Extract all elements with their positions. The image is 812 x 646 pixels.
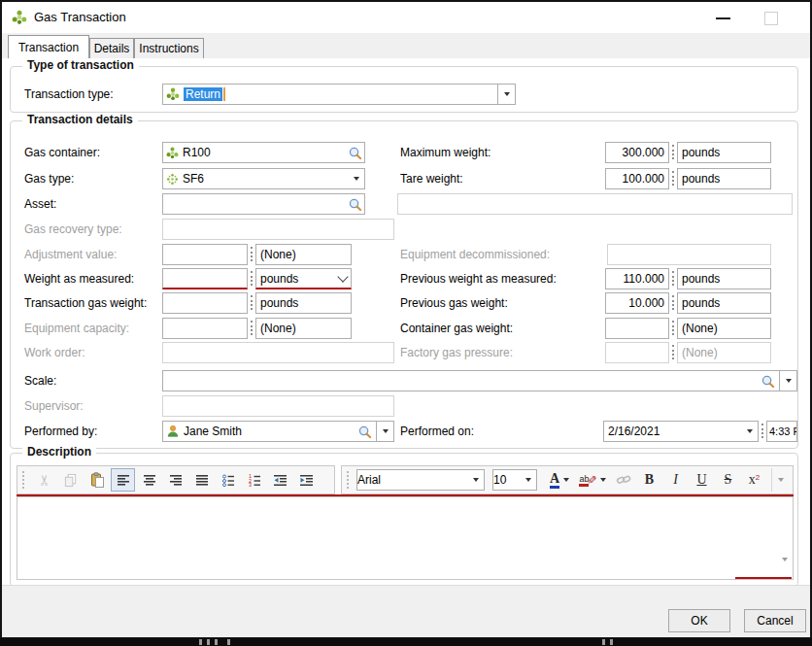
maximize-icon[interactable] — [764, 12, 778, 25]
align-right-icon[interactable] — [163, 468, 187, 492]
numbered-list-icon[interactable]: 123 — [242, 468, 266, 492]
transaction-type-combobox[interactable]: Return — [162, 84, 516, 105]
gas-container-field[interactable]: R100 — [162, 142, 365, 163]
spin-separator — [672, 171, 674, 186]
tare-weight-unit-field: pounds — [677, 168, 771, 189]
previous-gas-weight-unit: pounds — [678, 296, 720, 310]
previous-gas-weight-value: 10.000 — [628, 296, 664, 310]
transaction-gas-weight-unit-field: pounds — [255, 292, 352, 314]
maximum-weight-field: 300.000 — [605, 142, 669, 163]
tare-weight-field: 100.000 — [605, 168, 669, 189]
tab-instructions[interactable]: Instructions — [134, 38, 204, 58]
container-gas-weight-field — [605, 318, 669, 339]
spin-separator — [672, 271, 674, 286]
paste-icon[interactable] — [85, 468, 109, 492]
validation-underline-segment — [735, 577, 792, 579]
group-title-description: Description — [22, 445, 96, 459]
previous-gas-weight-unit-field: pounds — [677, 292, 771, 314]
align-left-icon[interactable] — [111, 468, 135, 492]
container-gas-weight-label: Container gas weight: — [400, 318, 513, 339]
weight-as-measured-field[interactable] — [162, 268, 248, 289]
gas-type-dropdown-icon[interactable] — [349, 177, 364, 181]
toolbar-drag-handle[interactable] — [347, 471, 351, 489]
underline-icon[interactable]: U — [690, 468, 714, 492]
spin-separator — [761, 424, 763, 438]
supervisor-label: Supervisor: — [24, 395, 84, 417]
performed-by-search-icon[interactable] — [357, 425, 372, 439]
highlight-icon[interactable]: ab ✎ — [576, 468, 609, 492]
asset-label: Asset: — [24, 193, 56, 215]
spin-separator — [251, 247, 253, 261]
adjustment-value-unit: (None) — [256, 248, 296, 261]
bold-icon[interactable]: B — [637, 468, 661, 492]
scale-field[interactable] — [162, 370, 797, 391]
weight-as-measured-unit-combobox[interactable]: pounds — [255, 268, 352, 289]
scale-dropdown-icon[interactable] — [779, 371, 796, 391]
performed-by-dropdown-icon[interactable] — [376, 422, 393, 441]
cancel-button[interactable]: Cancel — [744, 609, 806, 632]
superscript-icon[interactable]: x 2 — [742, 468, 766, 492]
group-transaction-details: Transaction details Gas container: R100 … — [10, 120, 798, 449]
scale-search-icon[interactable] — [761, 374, 775, 389]
toolbar-overflow-icon[interactable] — [771, 468, 790, 492]
cut-icon[interactable]: ✂ — [33, 468, 56, 493]
hyperlink-icon[interactable] — [611, 468, 635, 492]
transaction-gas-weight-unit: pounds — [256, 296, 298, 310]
container-gas-weight-unit: (None) — [678, 322, 718, 335]
maximum-weight-unit: pounds — [678, 146, 720, 159]
description-editor[interactable] — [17, 496, 794, 580]
previous-gas-weight-label: Previous gas weight: — [400, 292, 508, 314]
font-size-combobox[interactable]: 10 — [492, 469, 537, 491]
ok-button[interactable]: OK — [668, 609, 730, 632]
font-size-dropdown-icon[interactable] — [521, 478, 536, 482]
transaction-type-dropdown-icon[interactable] — [497, 85, 515, 104]
bullet-list-icon[interactable] — [216, 468, 240, 492]
footer-panel: OK Cancel — [2, 585, 810, 637]
group-title-type-of-transaction: Type of transaction — [22, 58, 139, 72]
strikethrough-icon[interactable]: S — [716, 468, 740, 492]
group-title-transaction-details: Transaction details — [22, 113, 138, 126]
increase-indent-icon[interactable] — [294, 468, 319, 492]
adjustment-value-label: Adjustment value: — [24, 244, 117, 265]
weight-as-measured-label: Weight as measured: — [24, 268, 134, 289]
scale-label: Scale: — [24, 370, 56, 391]
performed-by-field[interactable]: Jane Smith — [162, 421, 394, 442]
italic-icon[interactable]: I — [663, 468, 688, 492]
performed-on-date-dropdown-icon[interactable] — [742, 429, 758, 433]
align-center-icon[interactable] — [137, 468, 161, 492]
transaction-gas-weight-field[interactable] — [162, 292, 248, 314]
gas-type-combobox[interactable]: SF6 — [162, 168, 365, 189]
equipment-decommissioned-field — [607, 244, 771, 265]
performed-on-date-value: 2/16/2021 — [604, 425, 660, 438]
background-artifact — [602, 639, 605, 645]
asset-field[interactable] — [162, 193, 365, 215]
group-type-of-transaction: Type of transaction Transaction type: Re… — [10, 66, 798, 113]
gas-type-icon — [166, 173, 179, 186]
performed-by-value: Jane Smith — [180, 425, 242, 438]
factory-gas-pressure-unit-field: (None) — [677, 342, 771, 363]
performed-on-time-field[interactable]: 4:33 PM — [766, 421, 797, 442]
performed-on-time-value: 4:33 PM — [767, 425, 797, 437]
font-color-icon[interactable]: A — [545, 468, 574, 492]
asset-search-icon[interactable] — [348, 197, 362, 212]
spin-separator — [251, 271, 253, 286]
format-toolbar-left: ✂ 123 — [17, 465, 335, 494]
copy-icon[interactable] — [58, 468, 83, 492]
tab-details[interactable]: Details — [89, 38, 134, 58]
font-name-dropdown-icon[interactable] — [468, 478, 484, 482]
tab-strip: Transaction Details Instructions — [2, 33, 810, 58]
gas-container-search-icon[interactable] — [348, 146, 362, 160]
previous-weight-as-measured-label: Previous weight as measured: — [400, 268, 557, 289]
font-name-combobox[interactable]: Arial — [356, 469, 485, 491]
window-title: Gas Transaction — [34, 10, 126, 24]
toolbar-drag-handle[interactable] — [22, 471, 26, 489]
performed-on-date-field[interactable]: 2/16/2021 — [603, 421, 759, 442]
tab-transaction[interactable]: Transaction — [8, 35, 89, 58]
editor-expand-icon[interactable] — [782, 561, 788, 575]
justify-icon[interactable] — [189, 468, 214, 492]
weight-unit-dropdown-icon[interactable] — [335, 277, 351, 281]
decrease-indent-icon[interactable] — [268, 468, 292, 492]
gas-container-icon — [166, 147, 179, 159]
previous-weight-as-measured-field: 110.000 — [605, 268, 669, 289]
minimize-icon[interactable] — [716, 17, 730, 19]
